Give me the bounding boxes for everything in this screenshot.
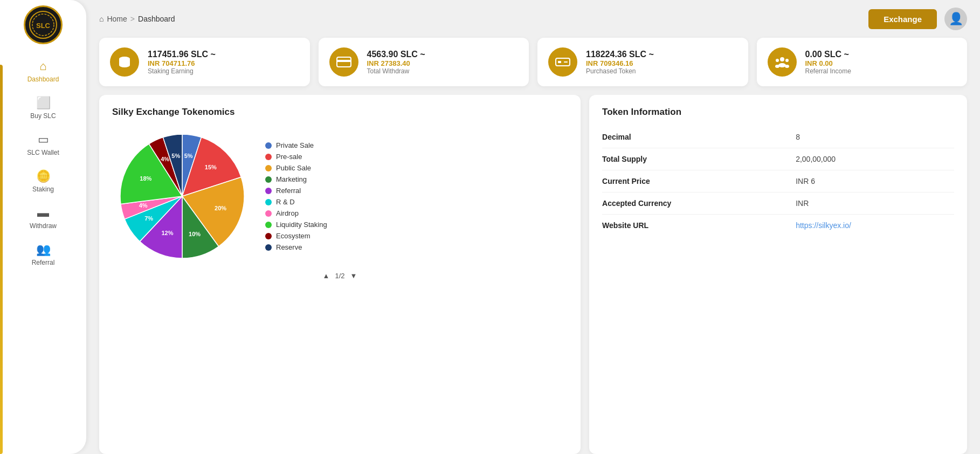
card-referral-income: 0.00 SLC ~ INR 0.00 Referral Income: [757, 38, 968, 86]
chart-legend: Private SalePre-salePublic SaleMarketing…: [265, 141, 327, 251]
breadcrumb: ⌂ Home > Dashboard: [99, 15, 175, 23]
sidebar-item-dashboard[interactable]: ⌂ Dashboard: [0, 54, 86, 88]
breadcrumb-separator: >: [130, 15, 135, 23]
token-info-row: Total Supply2,00,00,000: [602, 148, 954, 170]
sidebar-label-slc-wallet: SLC Wallet: [27, 149, 59, 156]
legend-label: Pre-sale: [276, 153, 302, 161]
token-info-row: Decimal8: [602, 126, 954, 148]
legend-dot: [265, 142, 272, 149]
breadcrumb-home: Home: [107, 15, 127, 23]
token-info-card: Token Information Decimal8Total Supply2,…: [589, 95, 967, 454]
svg-point-9: [119, 63, 130, 67]
legend-label: Reserve: [276, 243, 302, 251]
legend-item: Public Sale: [265, 164, 327, 172]
svg-text:10%: 10%: [189, 231, 201, 237]
tokenomics-card: Silky Exchange Tokenomics 5%15%20%10%12%…: [99, 95, 581, 454]
bottom-section: Silky Exchange Tokenomics 5%15%20%10%12%…: [86, 95, 980, 454]
legend-item: Private Sale: [265, 141, 327, 149]
referral-icon: 👥: [36, 243, 51, 257]
main-content: ⌂ Home > Dashboard Exchange 👤: [86, 0, 980, 454]
card-staking-earning: 117451.96 SLC ~ INR 704711.76 Staking Ea…: [99, 38, 310, 86]
home-icon: ⌂: [39, 59, 46, 73]
legend-item: Marketing: [265, 175, 327, 183]
card-total-withdraw-info: 4563.90 SLC ~ INR 27383.40 Total Withdra…: [367, 50, 519, 75]
token-info-value: INR: [796, 192, 954, 215]
home-icon-breadcrumb: ⌂: [99, 15, 103, 23]
svg-rect-11: [337, 60, 351, 62]
referral-income-icon: [768, 47, 797, 77]
token-info-key: Website URL: [602, 215, 796, 237]
legend-item: Pre-sale: [265, 153, 327, 161]
token-info-table: Decimal8Total Supply2,00,00,000Current P…: [602, 126, 954, 236]
user-avatar[interactable]: 👤: [944, 8, 967, 30]
card-purchased-token-info: 118224.36 SLC ~ INR 709346.16 Purchased …: [586, 50, 737, 75]
purchased-token-label: Purchased Token: [586, 67, 737, 75]
sidebar-label-staking: Staking: [32, 185, 54, 193]
token-info-value: 2,00,00,000: [796, 148, 954, 170]
header-right: Exchange 👤: [868, 8, 967, 30]
exchange-button[interactable]: Exchange: [868, 9, 937, 29]
svg-text:12%: 12%: [161, 230, 173, 236]
svg-rect-13: [558, 61, 561, 63]
token-info-value: 8: [796, 126, 954, 148]
legend-dot: [265, 244, 272, 251]
legend-item: Referral: [265, 187, 327, 195]
purchased-token-icon: [548, 47, 577, 77]
pagination-prev-icon[interactable]: ▲: [323, 272, 330, 280]
app-logo: SLC: [24, 5, 63, 44]
token-info-key: Accepted Currency: [602, 192, 796, 215]
svg-text:18%: 18%: [140, 175, 151, 182]
sidebar-label-withdraw: Withdraw: [30, 222, 57, 230]
sidebar-item-buy-slc[interactable]: ⬜ Buy SLC: [0, 91, 86, 125]
legend-item: Ecosystem: [265, 232, 327, 240]
total-withdraw-icon: [329, 47, 358, 77]
staking-earning-label: Staking Earning: [148, 67, 299, 75]
referral-income-inr: INR 0.00: [805, 59, 957, 67]
legend-label: Ecosystem: [276, 232, 310, 240]
card-referral-income-info: 0.00 SLC ~ INR 0.00 Referral Income: [805, 50, 957, 75]
legend-dot: [265, 188, 272, 194]
sidebar-item-withdraw[interactable]: ▬ Withdraw: [0, 201, 86, 235]
sidebar-item-slc-wallet[interactable]: ▭ SLC Wallet: [0, 127, 86, 162]
legend-dot: [265, 210, 272, 217]
token-info-key: Decimal: [602, 126, 796, 148]
token-info-key: Current Price: [602, 170, 796, 192]
svg-text:4%: 4%: [161, 156, 169, 162]
pagination-next-icon[interactable]: ▼: [350, 272, 357, 280]
sidebar-label-referral: Referral: [32, 259, 55, 266]
sidebar-label-dashboard: Dashboard: [27, 75, 59, 83]
legend-label: Referral: [276, 187, 301, 195]
svg-text:4%: 4%: [139, 202, 148, 209]
legend-label: Airdrop: [276, 209, 299, 217]
sidebar-accent-bar: [0, 65, 3, 454]
legend-item: R & D: [265, 198, 327, 206]
buy-slc-icon: ⬜: [36, 96, 51, 110]
token-info-value[interactable]: https://silkyex.io/: [796, 215, 954, 237]
token-info-row: Current PriceINR 6: [602, 170, 954, 192]
legend-label: Liquidity Staking: [276, 221, 327, 229]
card-staking-earning-info: 117451.96 SLC ~ INR 704711.76 Staking Ea…: [148, 50, 299, 75]
legend-dot: [265, 176, 272, 183]
svg-point-15: [780, 57, 784, 61]
legend-dot: [265, 165, 272, 171]
legend-dot: [265, 233, 272, 239]
staking-earning-inr: INR 704711.76: [148, 59, 299, 67]
chart-pagination[interactable]: ▲ 1/2 ▼: [112, 272, 568, 280]
sidebar: SLC ⌂ Dashboard ⬜ Buy SLC ▭ SLC Wallet 🪙…: [0, 0, 86, 454]
svg-text:15%: 15%: [205, 164, 217, 170]
sidebar-item-referral[interactable]: 👥 Referral: [0, 237, 86, 272]
token-info-title: Token Information: [602, 107, 954, 118]
token-info-row: Accepted CurrencyINR: [602, 192, 954, 215]
pagination-label: 1/2: [335, 272, 344, 280]
staking-earning-icon: [110, 47, 139, 77]
sidebar-item-staking[interactable]: 🪙 Staking: [0, 164, 86, 198]
legend-dot: [265, 222, 272, 228]
svg-text:5%: 5%: [171, 153, 180, 159]
staking-earning-slc: 117451.96 SLC ~: [148, 50, 299, 59]
sidebar-label-buy-slc: Buy SLC: [30, 112, 56, 120]
breadcrumb-current: Dashboard: [138, 15, 175, 23]
token-info-row: Website URLhttps://silkyex.io/: [602, 215, 954, 237]
wallet-icon: ▭: [38, 133, 49, 147]
svg-point-18: [778, 63, 786, 67]
svg-text:20%: 20%: [215, 205, 226, 211]
